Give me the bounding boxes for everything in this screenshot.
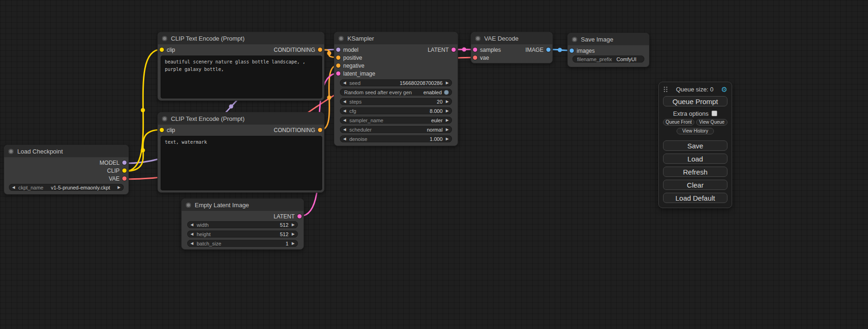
stepper-right-icon[interactable]: ▶ bbox=[446, 109, 449, 113]
stepper-left-icon[interactable]: ◀ bbox=[343, 119, 346, 122]
node-title-bar[interactable]: Load Checkpoint bbox=[4, 145, 128, 157]
collapse-dot-icon[interactable] bbox=[186, 203, 191, 208]
stepper-right-icon[interactable]: ▶ bbox=[446, 81, 449, 85]
output-slot-vae[interactable]: VAE bbox=[109, 175, 128, 182]
input-slot-samples[interactable]: samples bbox=[471, 46, 501, 54]
input-slot-latent-image[interactable]: latent_image bbox=[334, 70, 375, 77]
latent-input-dot-icon[interactable] bbox=[336, 71, 340, 76]
toggle-knob-icon[interactable] bbox=[444, 90, 449, 95]
image-input-dot-icon[interactable] bbox=[570, 49, 574, 53]
refresh-button[interactable]: Refresh bbox=[663, 167, 727, 177]
widget-ckpt-name[interactable]: ◀ ckpt_name v1-5-pruned-emaonly.ckpt ▶ bbox=[9, 184, 124, 191]
widget-batch-size[interactable]: ◀ batch_size 1 ▶ bbox=[187, 240, 298, 247]
model-input-dot-icon[interactable] bbox=[336, 48, 340, 52]
stepper-right-icon[interactable]: ▶ bbox=[292, 232, 295, 236]
stepper-left-icon[interactable]: ◀ bbox=[191, 242, 193, 245]
widget-filename-prefix[interactable]: filename_prefix ComfyUI bbox=[572, 56, 644, 63]
latent-output-dot-icon[interactable] bbox=[297, 214, 302, 218]
model-output-dot-icon[interactable] bbox=[122, 161, 127, 165]
node-clip-text-encode-positive[interactable]: CLIP Text Encode (Prompt) clip CONDITION… bbox=[157, 32, 325, 101]
node-title-bar[interactable]: CLIP Text Encode (Prompt) bbox=[158, 112, 324, 125]
stepper-right-icon[interactable]: ▶ bbox=[446, 100, 449, 104]
input-slot-model[interactable]: model bbox=[334, 46, 375, 54]
collapse-dot-icon[interactable] bbox=[8, 149, 14, 154]
latent-output-dot-icon[interactable] bbox=[452, 48, 456, 52]
output-slot-clip[interactable]: CLIP bbox=[107, 167, 128, 175]
load-button[interactable]: Load bbox=[663, 154, 727, 164]
vae-input-dot-icon[interactable] bbox=[473, 56, 477, 60]
stepper-left-icon[interactable]: ◀ bbox=[343, 137, 346, 141]
node-title-bar[interactable]: CLIP Text Encode (Prompt) bbox=[158, 32, 324, 44]
widget-seed[interactable]: ◀ seed 156680208700286 ▶ bbox=[340, 79, 452, 86]
conditioning-output-dot-icon[interactable] bbox=[318, 48, 322, 52]
input-slot-clip[interactable]: clip bbox=[158, 46, 175, 54]
queue-front-button[interactable]: Queue Front bbox=[663, 119, 694, 126]
stepper-left-icon[interactable]: ◀ bbox=[191, 232, 193, 236]
clip-input-dot-icon[interactable] bbox=[160, 128, 164, 132]
node-load-checkpoint[interactable]: Load Checkpoint MODEL CLIP VAE ◀ ckpt_na… bbox=[4, 145, 129, 195]
positive-prompt-textarea[interactable] bbox=[161, 56, 322, 98]
clip-output-dot-icon[interactable] bbox=[122, 168, 127, 173]
collapse-dot-icon[interactable] bbox=[475, 36, 480, 41]
node-clip-text-encode-negative[interactable]: CLIP Text Encode (Prompt) clip CONDITION… bbox=[157, 112, 325, 193]
node-save-image[interactable]: Save Image images filename_prefix ComfyU… bbox=[567, 33, 649, 67]
collapse-dot-icon[interactable] bbox=[339, 36, 344, 41]
stepper-right-icon[interactable]: ▶ bbox=[446, 119, 449, 122]
queue-prompt-button[interactable]: Queue Prompt bbox=[663, 96, 727, 106]
node-ksampler[interactable]: KSampler model positive negative lat bbox=[334, 32, 458, 146]
settings-gear-icon[interactable]: ⚙ bbox=[721, 86, 727, 93]
node-title-bar[interactable]: VAE Decode bbox=[471, 32, 552, 44]
widget-width[interactable]: ◀ width 512 ▶ bbox=[187, 221, 298, 228]
input-slot-images[interactable]: images bbox=[568, 47, 595, 55]
node-title-bar[interactable]: KSampler bbox=[334, 32, 458, 44]
stepper-right-icon[interactable]: ▶ bbox=[118, 186, 120, 189]
output-slot-conditioning[interactable]: CONDITIONING bbox=[274, 46, 324, 54]
node-title-bar[interactable]: Empty Latent Image bbox=[182, 199, 303, 211]
widget-cfg[interactable]: ◀ cfg 8.000 ▶ bbox=[340, 107, 452, 114]
output-slot-image[interactable]: IMAGE bbox=[525, 46, 552, 54]
vae-output-dot-icon[interactable] bbox=[122, 176, 127, 181]
stepper-left-icon[interactable]: ◀ bbox=[191, 223, 193, 227]
conditioning-input-dot-icon[interactable] bbox=[336, 63, 340, 68]
clip-input-dot-icon[interactable] bbox=[160, 48, 164, 52]
conditioning-input-dot-icon[interactable] bbox=[336, 56, 340, 60]
node-title-bar[interactable]: Save Image bbox=[568, 33, 649, 45]
node-empty-latent-image[interactable]: Empty Latent Image LATENT ◀ width 512 ▶ … bbox=[181, 198, 304, 250]
output-slot-latent[interactable]: LATENT bbox=[428, 46, 458, 54]
negative-prompt-textarea[interactable] bbox=[161, 136, 322, 190]
stepper-right-icon[interactable]: ▶ bbox=[446, 137, 449, 141]
input-slot-vae[interactable]: vae bbox=[471, 54, 552, 62]
graph-canvas[interactable]: Load Checkpoint MODEL CLIP VAE ◀ ckpt_na… bbox=[0, 0, 868, 329]
conditioning-output-dot-icon[interactable] bbox=[318, 128, 322, 132]
collapse-dot-icon[interactable] bbox=[162, 36, 167, 41]
input-slot-clip[interactable]: clip bbox=[158, 126, 175, 134]
load-default-button[interactable]: Load Default bbox=[663, 193, 727, 203]
image-output-dot-icon[interactable] bbox=[546, 48, 550, 52]
stepper-left-icon[interactable]: ◀ bbox=[343, 109, 346, 113]
stepper-right-icon[interactable]: ▶ bbox=[292, 242, 295, 245]
latent-input-dot-icon[interactable] bbox=[473, 48, 477, 52]
widget-steps[interactable]: ◀ steps 20 ▶ bbox=[340, 98, 452, 105]
stepper-left-icon[interactable]: ◀ bbox=[12, 186, 15, 189]
widget-random-seed[interactable]: Random seed after every gen enabled bbox=[340, 89, 452, 96]
widget-height[interactable]: ◀ height 512 ▶ bbox=[187, 231, 298, 238]
stepper-left-icon[interactable]: ◀ bbox=[343, 128, 346, 132]
collapse-dot-icon[interactable] bbox=[162, 116, 167, 121]
collapse-dot-icon[interactable] bbox=[572, 37, 577, 42]
stepper-right-icon[interactable]: ▶ bbox=[292, 223, 295, 227]
stepper-left-icon[interactable]: ◀ bbox=[343, 100, 346, 104]
stepper-right-icon[interactable]: ▶ bbox=[446, 128, 449, 132]
output-slot-model[interactable]: MODEL bbox=[99, 159, 128, 167]
drag-handle-icon[interactable] bbox=[663, 86, 668, 93]
widget-scheduler[interactable]: ◀ scheduler normal ▶ bbox=[340, 126, 452, 133]
widget-sampler-name[interactable]: ◀ sampler_name euler ▶ bbox=[340, 117, 452, 124]
extra-options-checkbox[interactable] bbox=[712, 111, 717, 116]
view-history-button[interactable]: View History bbox=[677, 128, 714, 134]
view-queue-button[interactable]: View Queue bbox=[696, 119, 727, 126]
node-vae-decode[interactable]: VAE Decode samples IMAGE vae bbox=[471, 32, 553, 63]
input-slot-negative[interactable]: negative bbox=[334, 62, 375, 70]
clear-button[interactable]: Clear bbox=[663, 180, 727, 190]
save-button[interactable]: Save bbox=[663, 140, 727, 151]
widget-denoise[interactable]: ◀ denoise 1.000 ▶ bbox=[340, 135, 452, 142]
output-slot-conditioning[interactable]: CONDITIONING bbox=[274, 126, 324, 134]
